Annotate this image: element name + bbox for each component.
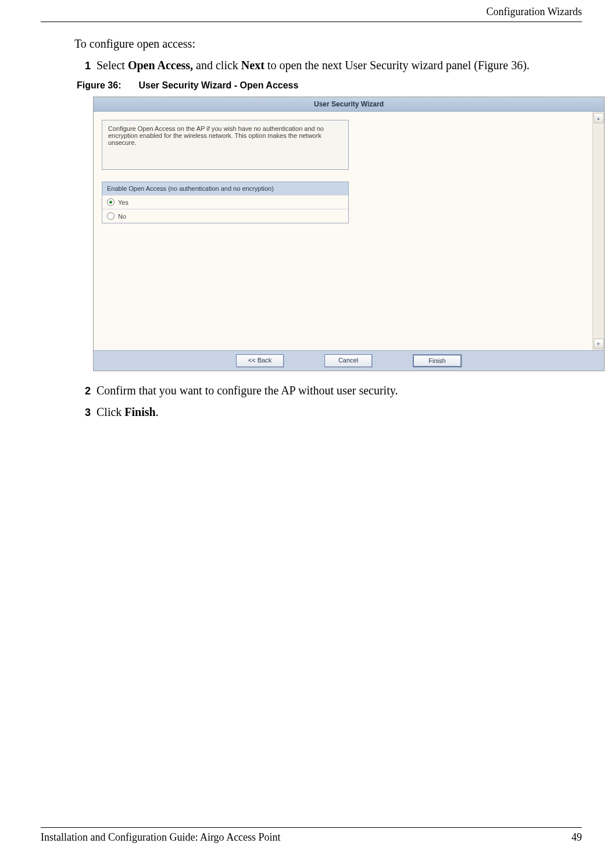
step-1-text: Select Open Access, and click Next to op… (97, 59, 582, 72)
step-3-text: Click Finish. (97, 405, 582, 419)
wizard-body: Configure Open Access on the AP if you w… (94, 112, 592, 350)
option-yes-label: Yes (118, 199, 128, 206)
radio-no[interactable] (107, 212, 115, 220)
running-footer: Installation and Configuration Guide: Ai… (41, 827, 582, 844)
intro-text: To configure open access: (74, 37, 582, 51)
step-2: 2 Confirm that you want to configure the… (74, 384, 582, 397)
figure-caption: Figure 36:User Security Wizard - Open Ac… (77, 80, 582, 91)
option-yes-row[interactable]: Yes (102, 195, 348, 209)
scrollbar[interactable]: ▴ ▾ (592, 112, 604, 350)
wizard-titlebar: User Security Wizard (94, 97, 604, 112)
step-1-number: 1 (74, 60, 91, 72)
open-access-question-box: Enable Open Access (no authentication an… (102, 182, 349, 223)
option-no-label: No (118, 213, 126, 220)
section-title: Configuration Wizards (487, 6, 582, 17)
wizard-window: User Security Wizard Configure Open Acce… (93, 97, 605, 371)
running-header: Configuration Wizards (41, 6, 582, 22)
finish-button[interactable]: Finish (413, 354, 462, 367)
scroll-down-icon[interactable]: ▾ (594, 339, 604, 349)
step-2-number: 2 (74, 385, 91, 397)
step-3: 3 Click Finish. (74, 405, 582, 419)
scroll-up-icon[interactable]: ▴ (594, 113, 604, 123)
open-access-question: Enable Open Access (no authentication an… (102, 182, 348, 195)
wizard-message-box: Configure Open Access on the AP if you w… (102, 120, 349, 170)
radio-yes[interactable] (107, 198, 115, 206)
step-1: 1 Select Open Access, and click Next to … (74, 59, 582, 72)
step-2-text: Confirm that you want to configure the A… (97, 384, 582, 397)
step-3-number: 3 (74, 407, 91, 419)
doc-title: Installation and Configuration Guide: Ai… (41, 831, 281, 844)
page-number: 49 (571, 831, 582, 844)
wizard-footer: << Back Cancel Finish (94, 350, 604, 371)
back-button[interactable]: << Back (236, 354, 284, 367)
figure-label: Figure 36: (77, 80, 121, 90)
cancel-button[interactable]: Cancel (324, 354, 372, 367)
figure-title: User Security Wizard - Open Access (138, 80, 298, 90)
option-no-row[interactable]: No (102, 209, 348, 223)
